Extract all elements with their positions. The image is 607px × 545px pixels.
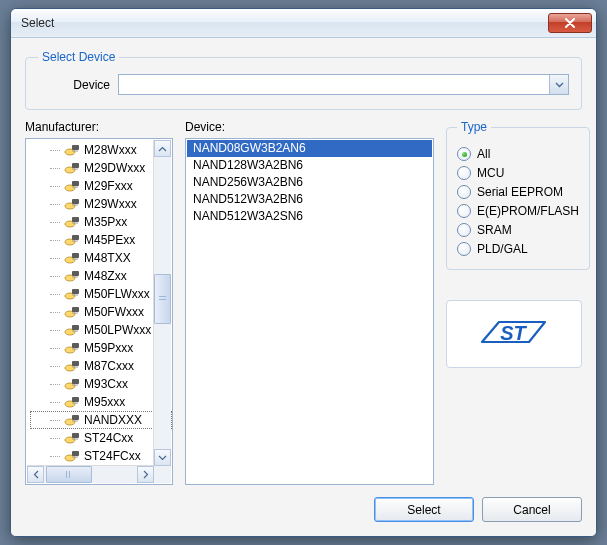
tree-connector xyxy=(50,420,60,421)
manufacturer-item[interactable]: M50FWxxx xyxy=(30,303,172,321)
manufacturer-item[interactable]: M93Cxx xyxy=(30,375,172,393)
tree-connector xyxy=(50,186,60,187)
chevron-down-icon xyxy=(158,455,167,461)
device-combobox-value xyxy=(119,75,549,94)
manufacturer-item[interactable]: M29DWxxx xyxy=(30,159,172,177)
manufacturer-item-label: M59Pxxx xyxy=(84,341,133,355)
svg-rect-25 xyxy=(72,361,79,366)
tree-connector xyxy=(50,150,60,151)
scroll-down-button[interactable] xyxy=(154,449,171,466)
svg-rect-1 xyxy=(72,145,79,150)
type-option[interactable]: Serial EEPROM xyxy=(457,185,579,199)
device-item[interactable]: NAND08GW3B2AN6 xyxy=(187,140,432,157)
titlebar[interactable]: Select xyxy=(11,9,596,38)
chip-icon xyxy=(64,251,80,265)
device-item[interactable]: NAND512W3A2SN6 xyxy=(187,208,432,225)
type-option[interactable]: SRAM xyxy=(457,223,579,237)
tree-connector xyxy=(50,348,60,349)
scroll-thumb[interactable] xyxy=(154,274,171,324)
chip-icon xyxy=(64,161,80,175)
manufacturer-hscrollbar[interactable] xyxy=(27,465,154,483)
device-list-label: Device: xyxy=(185,120,434,134)
manufacturer-item[interactable]: ST24Cxx xyxy=(30,429,172,447)
st-logo-icon: ST xyxy=(479,314,549,354)
manufacturer-item[interactable]: M50FLWxxx xyxy=(30,285,172,303)
chip-icon xyxy=(64,269,80,283)
manufacturer-item[interactable]: M59Pxxx xyxy=(30,339,172,357)
select-dialog: Select Select Device Device xyxy=(10,8,597,537)
close-icon xyxy=(564,18,576,28)
svg-rect-15 xyxy=(72,271,79,276)
chip-icon xyxy=(64,395,80,409)
type-option[interactable]: PLD/GAL xyxy=(457,242,579,256)
svg-rect-29 xyxy=(72,397,79,402)
manufacturer-item-label: M28Wxxx xyxy=(84,143,137,157)
type-option-label: E(E)PROM/FLASH xyxy=(477,204,579,218)
radio-icon xyxy=(457,242,471,256)
manufacturer-item[interactable]: ST24FCxx xyxy=(30,447,172,465)
manufacturer-item[interactable]: NANDXXX xyxy=(30,411,172,429)
device-item[interactable]: NAND128W3A2BN6 xyxy=(187,157,432,174)
chip-icon xyxy=(64,305,80,319)
scroll-right-button[interactable] xyxy=(137,466,154,483)
manufacturer-item[interactable]: M28Wxxx xyxy=(30,141,172,159)
manufacturer-item[interactable]: M29Fxxx xyxy=(30,177,172,195)
manufacturer-item[interactable]: M29Wxxx xyxy=(30,195,172,213)
chevron-up-icon xyxy=(158,146,167,152)
manufacturer-item-label: M87Cxxx xyxy=(84,359,134,373)
cancel-button[interactable]: Cancel xyxy=(482,497,582,522)
tree-connector xyxy=(50,330,60,331)
type-option[interactable]: All xyxy=(457,147,579,161)
scroll-thumb[interactable] xyxy=(46,466,92,483)
manufacturer-item[interactable]: M95xxx xyxy=(30,393,172,411)
type-option-label: Serial EEPROM xyxy=(477,185,563,199)
chip-icon xyxy=(64,287,80,301)
chip-icon xyxy=(64,233,80,247)
chevron-left-icon xyxy=(33,470,39,479)
cancel-button-label: Cancel xyxy=(513,503,550,517)
select-device-group: Select Device Device xyxy=(25,50,582,110)
radio-icon xyxy=(457,185,471,199)
manufacturer-item-label: M29DWxxx xyxy=(84,161,145,175)
chevron-down-icon xyxy=(555,82,564,88)
svg-rect-9 xyxy=(72,217,79,222)
manufacturer-item-label: M29Wxxx xyxy=(84,197,137,211)
radio-icon xyxy=(457,166,471,180)
device-item[interactable]: NAND256W3A2BN6 xyxy=(187,174,432,191)
device-combobox-button[interactable] xyxy=(549,75,568,94)
device-listbox[interactable]: NAND08GW3B2AN6NAND128W3A2BN6NAND256W3A2B… xyxy=(185,138,434,485)
svg-rect-13 xyxy=(72,253,79,258)
scroll-left-button[interactable] xyxy=(27,466,44,483)
manufacturer-item[interactable]: M45PExx xyxy=(30,231,172,249)
manufacturer-vscrollbar[interactable] xyxy=(153,140,171,466)
manufacturer-item[interactable]: M87Cxxx xyxy=(30,357,172,375)
tree-connector xyxy=(50,438,60,439)
manufacturer-item[interactable]: M48TXX xyxy=(30,249,172,267)
chip-icon xyxy=(64,413,80,427)
select-button[interactable]: Select xyxy=(374,497,474,522)
manufacturer-item-label: M95xxx xyxy=(84,395,125,409)
type-option-label: MCU xyxy=(477,166,504,180)
svg-rect-17 xyxy=(72,289,79,294)
close-button[interactable] xyxy=(548,13,592,33)
type-option-label: PLD/GAL xyxy=(477,242,528,256)
svg-rect-33 xyxy=(72,433,79,438)
manufacturer-item[interactable]: M48Zxx xyxy=(30,267,172,285)
device-combobox[interactable] xyxy=(118,74,569,95)
chip-icon xyxy=(64,449,80,463)
tree-connector xyxy=(50,384,60,385)
tree-connector xyxy=(50,276,60,277)
manufacturer-tree[interactable]: M28WxxxM29DWxxxM29FxxxM29WxxxM35PxxM45PE… xyxy=(25,138,173,485)
chip-icon xyxy=(64,377,80,391)
chip-icon xyxy=(64,341,80,355)
scroll-corner xyxy=(154,466,171,483)
device-item[interactable]: NAND512W3A2BN6 xyxy=(187,191,432,208)
scroll-up-button[interactable] xyxy=(154,140,171,157)
type-option[interactable]: MCU xyxy=(457,166,579,180)
manufacturer-item[interactable]: M35Pxx xyxy=(30,213,172,231)
manufacturer-item-label: NANDXXX xyxy=(84,413,142,427)
type-option[interactable]: E(E)PROM/FLASH xyxy=(457,204,579,218)
manufacturer-item[interactable]: M50LPWxxx xyxy=(30,321,172,339)
manufacturer-item-label: M50FLWxxx xyxy=(84,287,150,301)
type-option-label: SRAM xyxy=(477,223,512,237)
